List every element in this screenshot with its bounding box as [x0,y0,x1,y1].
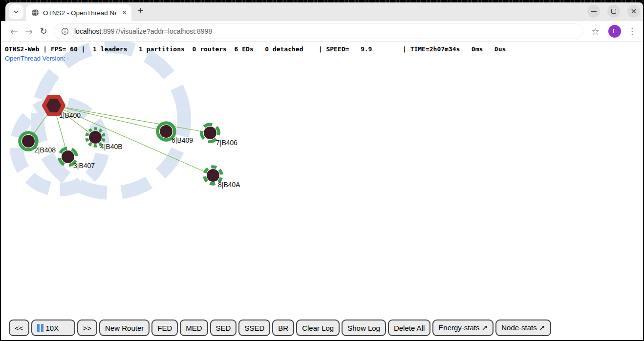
pause-icon [37,324,43,332]
speed-button[interactable]: 10X [31,320,75,336]
status-block: OTNS2-Web | FPS= 60 | 1 leaders 1 partit… [5,45,506,62]
browser-window: OTNS2 - OpenThread Ne × + × ← → ↻ localh… [1,2,643,340]
info-icon[interactable] [61,27,69,35]
menu-dots-icon[interactable]: ⋮ [626,26,638,36]
url-bar[interactable]: localhost:8997/visualize?addr=localhost:… [54,23,583,39]
fast-forward-button[interactable]: >> [77,320,98,336]
node-body [160,125,172,138]
button-label: Delete All [394,324,425,332]
sed-button[interactable]: SED [210,320,237,336]
end-device-node[interactable]: 7|B406 [198,121,237,147]
browser-tab[interactable]: OTNS2 - OpenThread Ne × [26,4,131,21]
window-controls: × [587,5,640,18]
button-label: Energy-stats ↗ [438,323,488,332]
close-button[interactable]: × [627,5,640,18]
back-button[interactable]: ← [7,24,21,39]
node-stats-button[interactable]: Node-stats ↗ [495,320,551,336]
node-label: 4|B40B [100,143,123,150]
end-device-node[interactable]: 8|B40A [203,165,241,189]
network-canvas[interactable]: 1|B4002|B4083|B4074|B40B6|B4097|B4068|B4… [1,42,643,340]
node-body [207,169,219,182]
button-label: << [15,324,23,332]
button-label: Clear Log [302,324,334,332]
reload-button[interactable]: ↻ [36,24,51,39]
new-tab-button[interactable]: + [137,4,144,17]
node-body [62,150,74,163]
url-path: :8997/visualize?addr=localhost:8998 [101,27,212,35]
node-body [89,131,102,144]
node-label: 7|B406 [216,139,237,147]
url-host: localhost [74,27,101,35]
rewind-button[interactable]: << [9,320,29,336]
new-router-button[interactable]: New Router [99,320,150,336]
energy-stats-button[interactable]: Energy-stats ↗ [432,320,494,336]
show-log-button[interactable]: Show Log [342,320,386,336]
node-body [204,127,216,139]
button-label: FED [157,324,172,332]
med-button[interactable]: MED [180,320,208,336]
chevron-down-icon [13,8,20,15]
node-label: 1|B400 [59,111,81,119]
url-text: localhost:8997/visualize?addr=localhost:… [74,27,212,35]
tab-strip: OTNS2 - OpenThread Ne × + × [1,2,643,21]
tab-search-button[interactable] [9,4,23,19]
br-button[interactable]: BR [272,320,294,336]
node-label: 2|B408 [34,146,56,154]
tab-close-icon[interactable]: × [120,9,129,17]
button-label: 10X [46,324,59,332]
button-label: New Router [105,324,144,332]
address-toolbar: ← → ↻ localhost:8997/visualize?addr=loca… [1,21,643,42]
node-label: 8|B40A [218,181,240,189]
button-label: Node-stats ↗ [501,323,545,332]
clear-log-button[interactable]: Clear Log [296,320,340,336]
button-label: >> [83,324,92,332]
ssed-button[interactable]: SSED [238,320,270,336]
delete-all-button[interactable]: Delete All [388,320,430,336]
minimize-icon [591,11,597,12]
button-label: Show Log [347,324,380,332]
node-label: 3|B407 [73,162,95,170]
bookmark-star-icon[interactable]: ☆ [587,26,603,37]
avatar[interactable]: E [608,25,621,38]
button-label: BR [278,324,288,332]
tab-title: OTNS2 - OpenThread Ne [43,9,116,17]
button-label: SSED [244,324,264,332]
globe-icon [31,9,39,17]
minimize-button[interactable] [587,5,600,18]
page-content: 1|B4002|B4083|B4074|B40B6|B4097|B4068|B4… [1,42,643,340]
maximize-icon [611,9,616,14]
node-body [22,135,35,148]
forward-button[interactable]: → [21,24,36,39]
fed-button[interactable]: FED [151,320,178,336]
maximize-button[interactable] [607,5,620,18]
node-label: 6|B409 [172,136,193,144]
openthread-version-link[interactable]: OpenThread Version: - [5,55,69,62]
bottom-toolbar: <<10X>>New RouterFEDMEDSEDSSEDBRClear Lo… [9,320,551,336]
status-line: OTNS2-Web | FPS= 60 | 1 leaders 1 partit… [5,45,506,53]
button-label: SED [216,324,231,332]
button-label: MED [186,324,202,332]
